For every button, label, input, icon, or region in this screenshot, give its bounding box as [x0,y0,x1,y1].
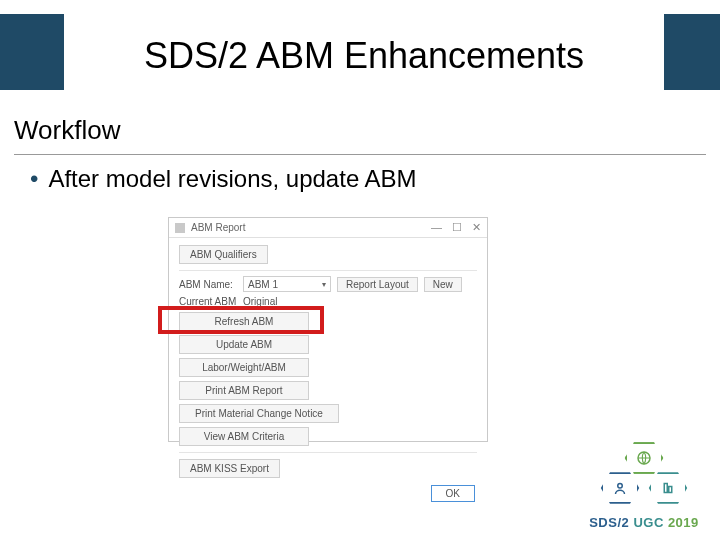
maximize-icon[interactable]: ☐ [452,221,462,234]
ok-row: OK [179,485,477,502]
bullet-text: After model revisions, update ABM [48,164,416,194]
print-material-change-button[interactable]: Print Material Change Notice [179,404,339,423]
labor-weight-abm-button[interactable]: Labor/Weight/ABM [179,358,309,377]
slide-title: SDS/2 ABM Enhancements [144,35,584,77]
current-abm-row: Current ABM Original [179,296,477,307]
update-abm-button[interactable]: Update ABM [179,335,309,354]
minimize-icon[interactable]: — [431,221,442,234]
brand-sds2: SDS/2 [589,515,629,530]
dialog-body: ABM Qualifiers ABM Name: ABM 1 ▾ Report … [169,238,487,506]
divider [179,452,477,453]
bullet-dot-icon: • [30,164,38,194]
app-icon [175,223,185,233]
abm-name-label: ABM Name: [179,279,237,290]
abm-report-dialog: ABM Report — ☐ ✕ ABM Qualifiers ABM Name… [168,217,488,442]
heading-rule [14,154,706,155]
footer-logo: SDS/2 UGC 2019 [584,439,704,530]
new-button[interactable]: New [424,277,462,292]
brand-ugc: UGC [633,515,663,530]
section-heading: Workflow [14,115,120,146]
footer-brand-text: SDS/2 UGC 2019 [584,515,704,530]
abm-qualifiers-button[interactable]: ABM Qualifiers [179,245,268,264]
action-button-column: Refresh ABM Update ABM Labor/Weight/ABM … [179,311,477,447]
abm-kiss-export-button[interactable]: ABM KISS Export [179,459,280,478]
abm-name-select[interactable]: ABM 1 ▾ [243,276,331,292]
current-abm-value: Original [243,296,277,307]
current-abm-label: Current ABM [179,296,237,307]
view-abm-criteria-button[interactable]: View ABM Criteria [179,427,309,446]
title-inner: SDS/2 ABM Enhancements [64,14,664,98]
divider [179,270,477,271]
abm-name-row: ABM Name: ABM 1 ▾ Report Layout New [179,276,477,292]
ok-button[interactable]: OK [431,485,475,502]
title-band: SDS/2 ABM Enhancements [0,14,720,90]
brand-year: 2019 [668,515,699,530]
close-icon[interactable]: ✕ [472,221,481,234]
dialog-titlebar: ABM Report — ☐ ✕ [169,218,487,238]
refresh-abm-button[interactable]: Refresh ABM [179,312,309,331]
bullet-row: • After model revisions, update ABM [30,164,417,194]
dialog-title: ABM Report [191,222,431,233]
hex-logo-icon [594,439,694,513]
abm-name-value: ABM 1 [248,279,278,290]
chevron-down-icon: ▾ [322,280,326,289]
print-abm-report-button[interactable]: Print ABM Report [179,381,309,400]
window-buttons: — ☐ ✕ [431,221,481,234]
report-layout-button[interactable]: Report Layout [337,277,418,292]
